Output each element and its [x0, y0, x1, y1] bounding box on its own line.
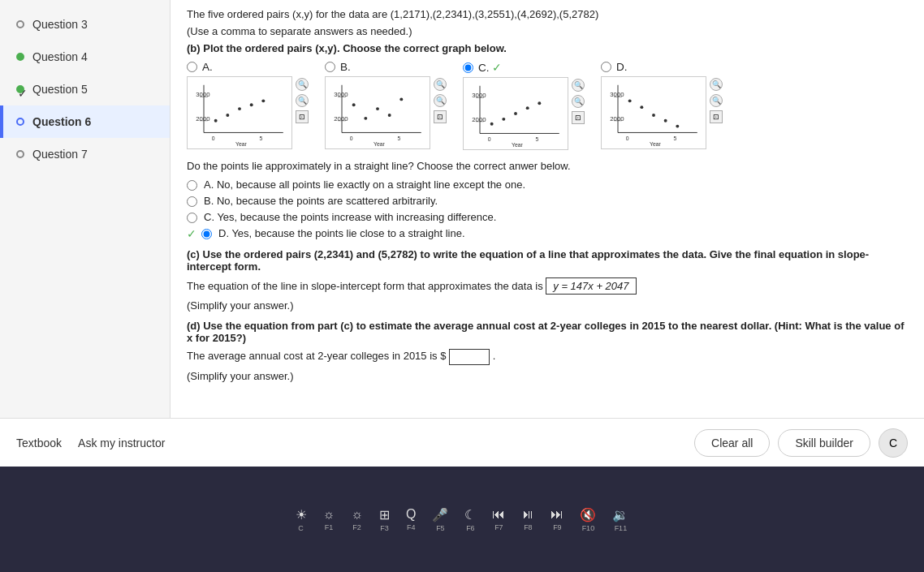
graph-b-expand[interactable]: ⊡ [434, 110, 447, 123]
sidebar-item-q6[interactable]: Question 6 [0, 105, 170, 138]
graph-b-radio-row: B. [325, 61, 351, 73]
sl-d-check-icon: ✓ [187, 227, 196, 240]
q6-dot [16, 118, 24, 126]
q7-label: Question 7 [32, 148, 88, 161]
svg-text:5: 5 [397, 135, 400, 141]
graph-a-svg: 3000 2000 0 5 Year [188, 77, 291, 148]
sidebar-item-q4[interactable]: Question 4 [0, 41, 170, 73]
sidebar-item-q5[interactable]: ✓ Question 5 [0, 73, 170, 105]
toolbar-right: Clear all Skill builder C [694, 428, 908, 458]
graph-c-side-btns: 🔍 🔍 ⊡ [572, 79, 585, 124]
textbook-link[interactable]: Textbook [16, 437, 62, 449]
svg-point-23 [376, 107, 379, 110]
sidebar: Question 3 Question 4 ✓ Question 5 Quest… [0, 0, 171, 418]
graph-b-zoom-out[interactable]: 🔍 [434, 94, 447, 107]
part-d-answer-input[interactable] [449, 349, 490, 365]
part-d-prefix: The average annual cost at 2-year colleg… [187, 350, 446, 362]
graph-a-expand[interactable]: ⊡ [296, 110, 309, 123]
main-content: The five ordered pairs (x,y) for the dat… [171, 0, 924, 418]
sl-radio-a[interactable] [187, 180, 197, 191]
sl-option-c: C. Yes, because the points increase with… [187, 211, 908, 223]
graph-c-zoom-in[interactable]: 🔍 [572, 79, 585, 92]
intro-line2: (Use a comma to separate answers as need… [187, 25, 908, 37]
graph-d-zoom-out[interactable]: 🔍 [710, 94, 723, 107]
svg-point-35 [490, 123, 494, 126]
sl-label-b: B. No, because the points are scattered … [204, 195, 438, 207]
straight-line-question: Do the points lie approximately in a str… [187, 160, 908, 172]
graph-d-radio[interactable] [601, 62, 611, 72]
graph-b-label: B. [340, 61, 351, 73]
sl-radio-b[interactable] [187, 196, 197, 207]
q6-label: Question 6 [32, 115, 91, 128]
key-c: ☀ C [296, 507, 307, 532]
key-f3: ⊞ F3 [379, 507, 390, 532]
sidebar-item-q7[interactable]: Question 7 [0, 138, 170, 170]
svg-text:Year: Year [512, 142, 524, 148]
sl-option-d: ✓ D. Yes, because the points lie close t… [187, 227, 908, 240]
graph-a-radio-row: A. [187, 61, 213, 73]
key-f6: ☾ F6 [464, 507, 476, 532]
equation-simplify: (Simplify your answer.) [187, 299, 908, 312]
key-f8: ⏯ F8 [521, 507, 534, 531]
key-f11: 🔉 F11 [612, 507, 628, 532]
svg-text:2000: 2000 [334, 115, 348, 123]
graph-b-radio[interactable] [325, 62, 335, 72]
graphs-row: A. 3000 2000 0 5 Year [187, 61, 908, 150]
graph-a-container: 3000 2000 0 5 Year [187, 76, 292, 149]
equation-prefix: The equation of the line in slope-interc… [187, 280, 543, 292]
graph-b-wrapper: 3000 2000 0 5 Year [325, 76, 447, 149]
q4-dot [16, 53, 24, 61]
svg-point-36 [502, 118, 505, 121]
graph-c-radio-row: C. ✓ [463, 61, 502, 74]
graph-c-zoom-out[interactable]: 🔍 [572, 95, 585, 108]
svg-text:3000: 3000 [334, 91, 348, 98]
keyboard-row: ☀ C ☼ F1 ☼ F2 ⊞ F3 Q F4 🎤 F5 [296, 507, 629, 532]
sl-radio-c[interactable] [187, 213, 197, 223]
svg-point-37 [514, 112, 517, 115]
svg-point-9 [238, 107, 241, 110]
sl-radio-d[interactable] [201, 229, 212, 239]
next-button[interactable]: C [879, 428, 908, 458]
skill-builder-button[interactable]: Skill builder [778, 429, 870, 457]
key-f7: ⏮ F7 [492, 507, 505, 531]
svg-text:2000: 2000 [196, 115, 210, 123]
svg-text:3000: 3000 [610, 91, 624, 98]
graph-a-zoom-in[interactable]: 🔍 [296, 78, 309, 91]
graph-a-side-btns: 🔍 🔍 ⊡ [296, 78, 309, 123]
svg-point-24 [388, 114, 391, 117]
graph-d-svg: 3000 2000 0 5 Year [602, 77, 706, 148]
graph-c-expand[interactable]: ⊡ [572, 111, 585, 124]
clear-all-button[interactable]: Clear all [694, 429, 770, 457]
bottom-toolbar: Textbook Ask my instructor Clear all Ski… [0, 418, 924, 467]
svg-point-10 [250, 103, 253, 106]
svg-text:5: 5 [673, 135, 676, 141]
key-f9: ⏭ F9 [551, 507, 563, 531]
graph-d-side-btns: 🔍 🔍 ⊡ [710, 78, 723, 123]
q4-label: Question 4 [32, 50, 88, 63]
sl-label-c: C. Yes, because the points increase with… [204, 211, 496, 223]
graph-b-container: 3000 2000 0 5 Year [325, 76, 430, 149]
graph-d-zoom-in[interactable]: 🔍 [710, 78, 723, 91]
graph-d-expand[interactable]: ⊡ [710, 110, 723, 123]
graph-d-wrapper: 3000 2000 0 5 Year [601, 76, 723, 149]
graph-b-zoom-in[interactable]: 🔍 [434, 78, 447, 91]
graph-option-d: D. 3000 2000 0 5 Year [601, 61, 723, 150]
key-f10: 🔇 F10 [580, 507, 596, 532]
graph-a-wrapper: 3000 2000 0 5 Year [187, 76, 309, 149]
graph-c-radio[interactable] [463, 62, 473, 73]
graph-a-radio[interactable] [187, 62, 197, 72]
part-c-label: (c) Use the ordered pairs (2,2341) and (… [187, 248, 908, 273]
svg-text:0: 0 [626, 135, 629, 141]
graph-a-zoom-out[interactable]: 🔍 [296, 94, 309, 107]
sidebar-item-q3[interactable]: Question 3 [0, 8, 170, 41]
sl-label-d: D. Yes, because the points lie close to … [218, 227, 465, 239]
key-f2: ☼ F2 [351, 507, 363, 531]
svg-text:3000: 3000 [196, 91, 210, 98]
part-b-label: (b) Plot the ordered pairs (x,y). Choose… [187, 42, 908, 54]
svg-point-39 [538, 101, 541, 105]
svg-point-53 [676, 125, 679, 128]
ask-instructor-link[interactable]: Ask my instructor [78, 437, 165, 449]
svg-point-49 [628, 99, 632, 102]
key-f5: 🎤 F5 [432, 507, 448, 532]
svg-text:0: 0 [212, 135, 215, 141]
